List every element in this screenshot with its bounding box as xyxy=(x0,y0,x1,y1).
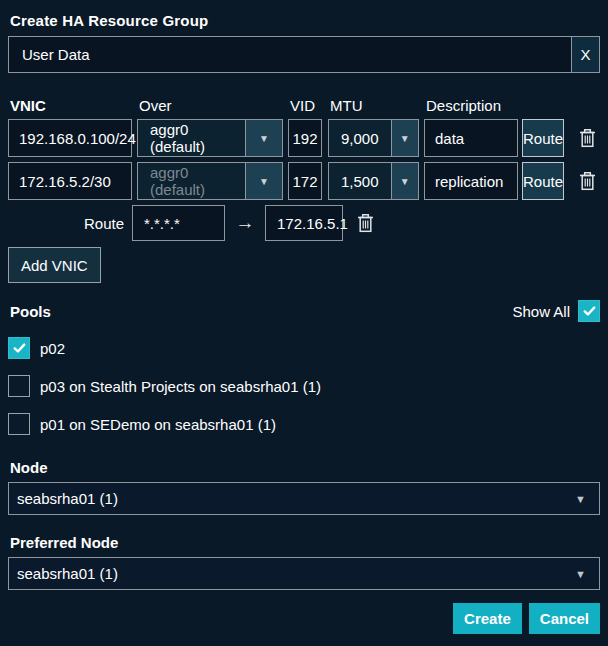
pools-header: Pools Show All xyxy=(8,299,600,323)
mtu-select-value: 9,000 xyxy=(329,120,391,156)
description-input[interactable]: data xyxy=(424,119,518,157)
show-all-checkbox[interactable] xyxy=(578,300,600,322)
node-select-value: seabsrha01 (1) xyxy=(17,490,118,507)
pool-item: p02 xyxy=(8,337,600,359)
vnic-table-headers: VNIC Over VID MTU Description xyxy=(8,94,600,114)
chevron-down-icon: ▼ xyxy=(575,568,586,580)
vnic-row: 192.168.0.100/24 aggr0 (default) ▼ 192 9… xyxy=(8,119,600,157)
header-over: Over xyxy=(137,97,288,114)
preferred-node-select[interactable]: seabsrha01 (1) ▼ xyxy=(8,557,600,590)
pool-label: p02 xyxy=(39,340,65,357)
trash-icon xyxy=(579,171,596,191)
pool-checkbox[interactable] xyxy=(8,375,30,397)
chevron-down-icon: ▼ xyxy=(575,493,586,505)
pool-label: p03 on Stealth Projects on seabsrha01 (1… xyxy=(39,378,321,395)
dialog-title: Create HA Resource Group xyxy=(10,12,600,29)
check-icon xyxy=(13,343,26,354)
create-ha-resource-group-dialog: Create HA Resource Group User Data X VNI… xyxy=(0,0,608,646)
chevron-down-icon[interactable]: ▼ xyxy=(245,120,282,156)
mtu-select-value: 1,500 xyxy=(329,163,391,199)
header-vnic: VNIC xyxy=(8,97,137,114)
group-name-field: User Data X xyxy=(8,36,600,73)
route-label: Route xyxy=(8,215,128,232)
vid-input[interactable]: 192 xyxy=(288,119,322,157)
pool-checkbox[interactable] xyxy=(8,337,30,359)
trash-icon xyxy=(579,128,596,148)
delete-route-button[interactable] xyxy=(355,213,375,233)
preferred-node-select-value: seabsrha01 (1) xyxy=(17,565,118,582)
arrow-right-icon: → xyxy=(225,212,265,234)
static-route-row: Route *.*.*.* → 172.16.5.1 xyxy=(8,205,600,241)
show-all-label: Show All xyxy=(512,303,570,320)
mtu-select[interactable]: 1,500 ▼ xyxy=(328,162,419,200)
over-select-value: aggr0 (default) xyxy=(138,120,245,156)
pools-label: Pools xyxy=(8,303,51,320)
delete-vnic-button[interactable] xyxy=(577,128,597,148)
vnic-address-input[interactable]: 172.16.5.2/30 xyxy=(8,162,132,200)
dialog-footer: Create Cancel xyxy=(8,603,600,634)
vid-input[interactable]: 172 xyxy=(288,162,322,200)
route-destination-input[interactable]: *.*.*.* xyxy=(132,205,225,241)
add-vnic-button[interactable]: Add VNIC xyxy=(8,247,101,283)
pool-label: p01 on SEDemo on seabsrha01 (1) xyxy=(39,416,276,433)
over-select[interactable]: aggr0 (default) ▼ xyxy=(137,119,283,157)
node-label: Node xyxy=(8,459,600,476)
preferred-node-label: Preferred Node xyxy=(8,534,600,551)
header-vid: VID xyxy=(288,97,328,114)
cancel-button[interactable]: Cancel xyxy=(529,603,600,634)
route-button[interactable]: Route xyxy=(522,162,564,200)
node-select[interactable]: seabsrha01 (1) ▼ xyxy=(8,482,600,515)
header-mtu: MTU xyxy=(328,97,424,114)
vnic-row: 172.16.5.2/30 aggr0 (default) ▼ 172 1,50… xyxy=(8,162,600,200)
over-select[interactable]: aggr0 (default) ▼ xyxy=(137,162,283,200)
create-button[interactable]: Create xyxy=(453,603,522,634)
delete-vnic-button[interactable] xyxy=(577,171,597,191)
pool-item: p01 on SEDemo on seabsrha01 (1) xyxy=(8,413,600,435)
route-gateway-input[interactable]: 172.16.5.1 xyxy=(265,205,343,241)
group-name-input[interactable]: User Data xyxy=(9,37,571,72)
route-button[interactable]: Route xyxy=(522,119,564,157)
pool-item: p03 on Stealth Projects on seabsrha01 (1… xyxy=(8,375,600,397)
chevron-down-icon[interactable]: ▼ xyxy=(391,120,418,156)
header-description: Description xyxy=(424,97,522,114)
clear-name-button[interactable]: X xyxy=(571,37,599,72)
description-input[interactable]: replication xyxy=(424,162,518,200)
check-icon xyxy=(583,306,596,317)
over-select-value: aggr0 (default) xyxy=(138,163,245,199)
mtu-select[interactable]: 9,000 ▼ xyxy=(328,119,419,157)
pool-checkbox[interactable] xyxy=(8,413,30,435)
trash-icon xyxy=(357,213,374,233)
chevron-down-icon[interactable]: ▼ xyxy=(245,163,282,199)
vnic-address-input[interactable]: 192.168.0.100/24 xyxy=(8,119,132,157)
chevron-down-icon[interactable]: ▼ xyxy=(391,163,418,199)
